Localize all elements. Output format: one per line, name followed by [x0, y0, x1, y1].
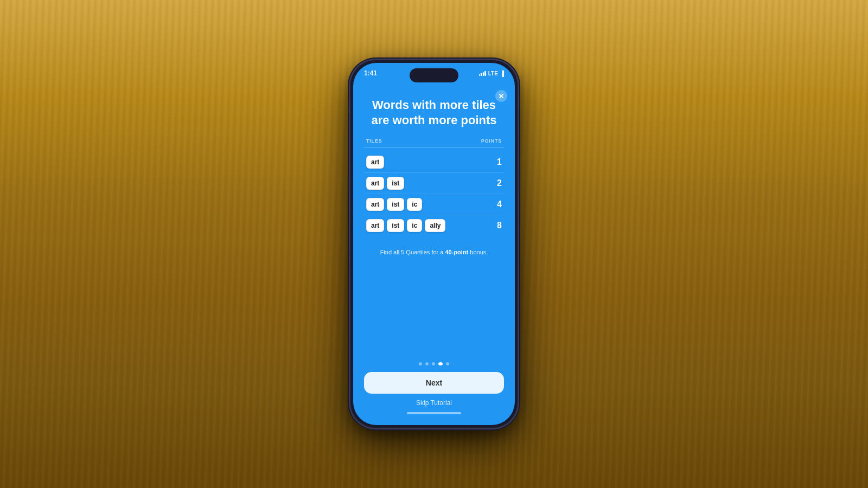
battery-icon: ▐ [500, 70, 504, 76]
dot-4-active [438, 362, 443, 365]
tiles-group-4: art ist ic ally [366, 219, 445, 232]
phone-screen: 1:41 LTE ▐ Words with more tiles are wor… [353, 63, 515, 425]
dynamic-island [410, 68, 458, 82]
points-1: 1 [497, 157, 502, 167]
bonus-suffix: bonus. [468, 249, 488, 255]
table-row: art ist ic ally 8 [364, 215, 504, 236]
scene: 1:41 LTE ▐ Words with more tiles are wor… [0, 0, 868, 488]
phone-frame: 1:41 LTE ▐ Words with more tiles are wor… [350, 60, 518, 428]
signal-icon [479, 70, 486, 76]
tiles-group-3: art ist ic [366, 198, 422, 211]
header-points: POINTS [481, 138, 502, 144]
next-button[interactable]: Next [364, 372, 504, 394]
bonus-text: Find all 5 Quartiles for a 40-point bonu… [364, 248, 504, 257]
tiles-group-2: art ist [366, 177, 404, 190]
tile-ist-2: ist [387, 177, 404, 190]
table-row: art ist 2 [364, 173, 504, 194]
points-2: 2 [497, 178, 502, 188]
screen-content: Words with more tiles are worth more poi… [353, 88, 515, 425]
skip-tutorial-button[interactable]: Skip Tutorial [364, 399, 504, 407]
dot-1 [419, 362, 422, 365]
scoring-table: TILES POINTS art 1 art [364, 138, 504, 236]
tile-art-3: art [366, 198, 384, 211]
tile-ist-4: ist [387, 219, 404, 232]
points-3: 4 [497, 200, 502, 209]
header-tiles: TILES [366, 138, 382, 144]
bonus-highlight: 40-point [445, 249, 468, 255]
tile-ic-3: ic [407, 198, 422, 211]
status-time: 1:41 [364, 69, 377, 77]
tile-art-2: art [366, 177, 384, 190]
tile-ic-4: ic [407, 219, 422, 232]
spacer [364, 261, 504, 363]
table-row: art 1 [364, 152, 504, 173]
table-divider [364, 147, 504, 147]
dot-2 [425, 362, 429, 365]
lte-label: LTE [488, 70, 498, 76]
dot-5 [446, 362, 449, 365]
tiles-group-1: art [366, 156, 384, 169]
status-icons: LTE ▐ [479, 70, 504, 76]
tile-ist-3: ist [387, 198, 404, 211]
bonus-prefix: Find all 5 Quartiles for a [380, 249, 445, 255]
close-button[interactable] [495, 90, 507, 102]
dot-3 [432, 362, 435, 365]
pagination-dots [364, 362, 504, 365]
headline: Words with more tiles are worth more poi… [364, 98, 504, 127]
table-row: art ist ic 4 [364, 194, 504, 215]
points-4: 8 [497, 221, 502, 230]
tile-art-1: art [366, 156, 384, 169]
home-indicator [407, 412, 461, 414]
table-header: TILES POINTS [364, 138, 504, 147]
tile-ally-4: ally [425, 219, 445, 232]
tile-art-4: art [366, 219, 384, 232]
